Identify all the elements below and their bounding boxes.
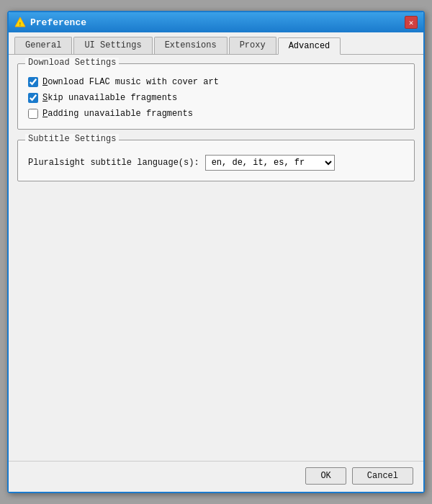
subtitle-language-select[interactable]: en, de, it, es, fr en de it es fr — [205, 155, 335, 171]
subtitle-settings-section: Subtitle Settings Pluralsight subtitle l… — [17, 140, 415, 181]
skip-checkbox-row: Skip unavailable fragments — [28, 93, 404, 103]
tab-general[interactable]: General — [14, 37, 72, 54]
titlebar: ! Preference ✕ — [9, 12, 423, 32]
flac-checkbox-row: Download FLAC music with cover art — [28, 77, 404, 87]
padding-label[interactable]: Padding unavailable fragments — [42, 109, 193, 119]
download-settings-section: Download Settings Download FLAC music wi… — [17, 63, 415, 130]
tab-advanced[interactable]: Advanced — [278, 37, 341, 55]
tab-ui-settings[interactable]: UI Settings — [73, 37, 152, 54]
skip-checkbox[interactable] — [28, 93, 38, 103]
tab-content-advanced: Download Settings Download FLAC music wi… — [9, 55, 423, 461]
tab-bar: General UI Settings Extensions Proxy Adv… — [9, 32, 423, 55]
subtitle-settings-label: Subtitle Settings — [25, 134, 119, 144]
window-title: Preference — [30, 17, 405, 28]
subtitle-language-row: Pluralsight subtitle language(s): en, de… — [28, 155, 404, 171]
footer: OK Cancel — [9, 461, 423, 492]
preference-window: ! Preference ✕ General UI Settings Exten… — [7, 11, 425, 493]
download-settings-label: Download Settings — [25, 58, 119, 68]
padding-checkbox[interactable] — [28, 109, 38, 119]
padding-checkbox-row: Padding unavailable fragments — [28, 109, 404, 119]
subtitle-language-label: Pluralsight subtitle language(s): — [28, 158, 199, 168]
app-icon: ! — [14, 17, 26, 28]
cancel-button[interactable]: Cancel — [352, 467, 413, 485]
flac-label[interactable]: Download FLAC music with cover art — [42, 77, 219, 87]
ok-button[interactable]: OK — [305, 467, 346, 485]
close-button[interactable]: ✕ — [405, 16, 418, 29]
skip-label[interactable]: Skip unavailable fragments — [42, 93, 177, 103]
tab-extensions[interactable]: Extensions — [154, 37, 228, 54]
tab-proxy[interactable]: Proxy — [229, 37, 276, 54]
flac-checkbox[interactable] — [28, 77, 38, 87]
svg-text:!: ! — [19, 21, 22, 27]
